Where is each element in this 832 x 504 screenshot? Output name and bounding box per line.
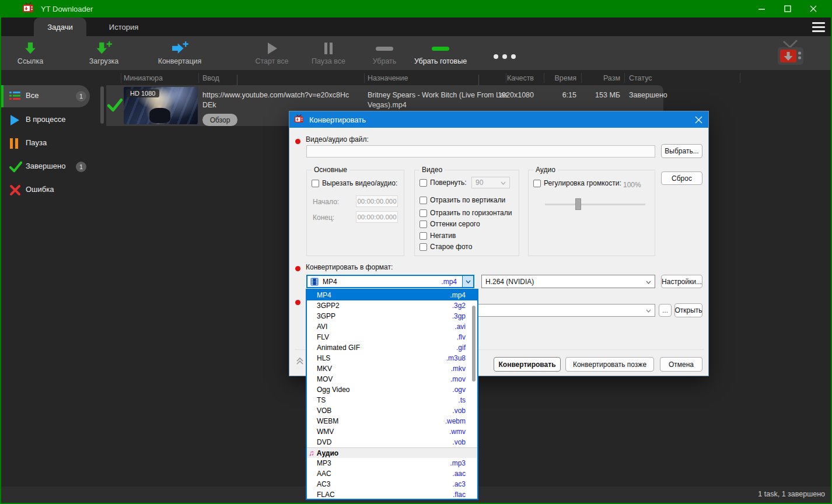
format-option-avi[interactable]: AVI.avi xyxy=(307,321,477,332)
negative-checkbox[interactable] xyxy=(420,232,427,240)
volume-slider-track[interactable] xyxy=(545,204,645,205)
add-link-button[interactable]: Ссылка xyxy=(4,40,57,68)
reset-button[interactable]: Сброс xyxy=(661,172,702,185)
column-header-status[interactable]: Статус xyxy=(629,74,652,82)
column-header-time[interactable]: Время xyxy=(550,74,576,82)
ellipsis-icon xyxy=(492,54,517,60)
convert-later-button[interactable]: Конвертировать позже xyxy=(565,357,654,372)
volume-slider-thumb[interactable] xyxy=(575,198,581,210)
column-header-thumbnail[interactable]: Миниатюра xyxy=(124,74,163,82)
format-section-audio: ♫Аудио xyxy=(307,447,477,458)
grayscale-checkbox[interactable] xyxy=(420,220,427,228)
badge-completed-count: 1 xyxy=(76,162,86,172)
dialog-title: Конвертировать xyxy=(309,116,366,124)
dialog-close-icon[interactable] xyxy=(688,111,708,128)
required-bullet-file xyxy=(295,139,300,144)
rotate-checkbox[interactable] xyxy=(420,179,427,187)
add-conversion-button[interactable]: Конвертация xyxy=(153,40,207,68)
column-header-size[interactable]: Разм xyxy=(585,74,620,82)
file-path-input[interactable] xyxy=(306,145,655,158)
collapse-chevrons-icon[interactable] xyxy=(295,356,305,368)
format-option-hls[interactable]: HLS.m3u8 xyxy=(307,353,477,363)
codec-settings-button[interactable]: Настройки... xyxy=(661,275,702,288)
format-combo-chevron[interactable] xyxy=(462,276,473,287)
rotate-select[interactable]: 90 xyxy=(471,177,510,188)
remove-button[interactable]: Убрать xyxy=(358,40,411,68)
chevron-down-icon xyxy=(646,306,651,314)
sidebar-item-error[interactable]: Ошибка xyxy=(1,179,106,201)
remove-done-button[interactable]: Убрать готовые xyxy=(414,40,467,68)
video-group: Видео Повернуть: 90 Отразить по вертикал… xyxy=(414,170,519,256)
format-option-mov[interactable]: MOV.mov xyxy=(307,374,477,384)
sidebar-item-completed[interactable]: Завершено 1 xyxy=(1,156,106,178)
format-option-gif[interactable]: Animated GIF.gif xyxy=(307,342,477,353)
start-all-button[interactable]: Старт все xyxy=(245,40,299,68)
more-actions-button[interactable] xyxy=(492,51,517,62)
format-combobox[interactable]: MP4 .mp4 xyxy=(306,275,474,288)
menu-icon[interactable] xyxy=(812,22,825,32)
format-option-3gpp2[interactable]: 3GPP2.3g2 xyxy=(307,300,477,311)
choose-file-button[interactable]: Выбрать... xyxy=(661,144,702,158)
format-option-mp4[interactable]: MP4.mp4 xyxy=(307,290,477,300)
review-button[interactable]: Обзор xyxy=(202,114,237,126)
sidebar-item-all[interactable]: Все 1 xyxy=(1,85,106,107)
add-download-button[interactable]: Загрузка xyxy=(77,40,131,68)
dialog-app-icon xyxy=(294,114,305,125)
downloader-tv-button[interactable] xyxy=(774,40,807,69)
format-option-mkv[interactable]: MKV.mkv xyxy=(307,363,477,374)
tab-history[interactable]: История xyxy=(95,18,153,36)
format-option-dvd[interactable]: DVD.vob xyxy=(307,437,477,447)
cut-checkbox[interactable] xyxy=(312,180,319,187)
format-option-ogv[interactable]: Ogg Video.ogv xyxy=(307,384,477,395)
format-option-ac3[interactable]: AC3.ac3 xyxy=(307,479,477,489)
codec-combobox[interactable]: H.264 (NVIDIA) xyxy=(481,275,655,288)
basic-group: Основные Вырезать видео/аудио: Начало: 0… xyxy=(306,170,404,256)
tab-tasks[interactable]: Задачи xyxy=(34,18,86,36)
format-option-vob[interactable]: VOB.vob xyxy=(307,405,477,416)
tv-download-icon xyxy=(774,40,807,66)
format-selected-ext: .mp4 xyxy=(441,278,457,286)
column-header-quality[interactable]: Качеств xyxy=(485,74,534,82)
row-input-url[interactable]: https://www.youtube.com/watch?v=e20xc8Hc… xyxy=(202,90,349,110)
convert-plus-icon xyxy=(153,40,207,55)
format-option-flac[interactable]: FLAC.flac xyxy=(307,489,477,500)
old-photo-checkbox[interactable] xyxy=(420,243,427,251)
format-option-aac[interactable]: AAC.aac xyxy=(307,468,477,479)
cancel-button[interactable]: Отмена xyxy=(660,357,702,372)
convert-button[interactable]: Конвертировать xyxy=(494,357,561,372)
format-option-webm[interactable]: WEBM.webm xyxy=(307,416,477,426)
window-title: YT Downloader xyxy=(41,5,93,13)
start-time-field[interactable]: 00:00:00.000 xyxy=(356,195,398,207)
flip-horizontal-checkbox[interactable] xyxy=(420,209,427,217)
format-selected-name: MP4 xyxy=(323,278,337,286)
sidebar-item-in-progress[interactable]: В процессе xyxy=(1,109,106,131)
open-output-button[interactable]: Открыть xyxy=(674,303,702,317)
download-plus-icon xyxy=(77,40,131,55)
maximize-button[interactable] xyxy=(775,0,800,18)
format-option-flv[interactable]: FLV.flv xyxy=(307,332,477,342)
minimize-button[interactable] xyxy=(749,0,775,18)
sidebar-item-paused[interactable]: Пауза xyxy=(1,132,106,155)
format-option-3gpp[interactable]: 3GPP.3gp xyxy=(307,311,477,321)
column-header-input[interactable]: Ввод xyxy=(202,74,219,82)
file-label: Видео/аудио файл: xyxy=(306,135,369,144)
end-time-field[interactable]: 00:00:00.000 xyxy=(356,211,398,223)
chevron-down-icon xyxy=(501,178,506,187)
format-label: Конвертировать в формат: xyxy=(306,263,393,271)
remove-done-bar-icon xyxy=(414,40,467,55)
video-thumbnail[interactable]: HD 1080 xyxy=(124,87,198,124)
format-option-wmv[interactable]: WMV.wmv xyxy=(307,426,477,437)
pause-all-button[interactable]: Пауза все xyxy=(302,40,355,68)
volume-checkbox[interactable] xyxy=(533,180,541,187)
format-option-mp3[interactable]: MP3.mp3 xyxy=(307,458,477,468)
dropdown-scrollbar-thumb[interactable] xyxy=(472,306,476,382)
list-scrollbar-thumb[interactable] xyxy=(100,86,104,124)
flip-vertical-checkbox[interactable] xyxy=(420,197,427,204)
format-option-ts[interactable]: TS.ts xyxy=(307,395,477,405)
audio-group: Аудио Регулировка громкости: 100% xyxy=(528,170,655,256)
browse-output-button[interactable]: ... xyxy=(659,304,672,317)
close-button[interactable] xyxy=(800,0,826,18)
column-header-destination[interactable]: Назначение xyxy=(368,74,408,82)
filmstrip-icon xyxy=(310,278,319,286)
row-quality: 1920x1080 xyxy=(485,91,534,99)
